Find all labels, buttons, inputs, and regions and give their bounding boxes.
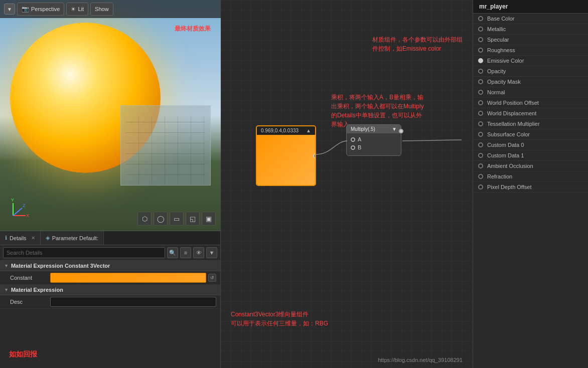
svg-text:Y: Y bbox=[11, 198, 14, 203]
pin-b-circle[interactable] bbox=[351, 145, 355, 150]
mat-label-7: Normal bbox=[487, 89, 505, 95]
desc-label: Desc bbox=[10, 299, 50, 305]
node-color-preview bbox=[257, 135, 315, 185]
material-input-base-color[interactable]: Base Color bbox=[473, 14, 588, 24]
mat-pin-5 bbox=[478, 69, 483, 74]
details-panel: ℹ Details ✕ ◈ Parameter Default: 🔍 ≡ 👁 ▼… bbox=[0, 231, 220, 368]
node-multiply-input-a[interactable]: A bbox=[351, 136, 397, 142]
material-input-normal[interactable]: Normal bbox=[473, 87, 588, 98]
node-expand-icon[interactable]: ▲ bbox=[306, 128, 311, 133]
details-toolbar: 🔍 ≡ 👁 ▼ bbox=[0, 245, 220, 261]
material-input-world-displacement[interactable]: World Displacement bbox=[473, 108, 588, 119]
mat-pin-15 bbox=[478, 174, 483, 179]
mat-label-13: Custom Data 1 bbox=[487, 152, 524, 158]
mesh-preview-btn[interactable]: ▣ bbox=[202, 212, 216, 226]
mat-label-1: Metallic bbox=[487, 26, 506, 32]
node-multiply-input-b[interactable]: B bbox=[351, 144, 397, 150]
mat-pin-4 bbox=[478, 58, 483, 63]
mat-pin-1 bbox=[478, 27, 483, 32]
constant-label: Constant bbox=[10, 275, 50, 281]
mat-label-3: Roughness bbox=[487, 47, 515, 53]
mat-pin-6 bbox=[478, 79, 483, 84]
param-tab-icon: ◈ bbox=[46, 235, 50, 241]
material-input-refraction[interactable]: Refraction bbox=[473, 171, 588, 182]
url-label: https://blog.csdn.net/qq_39108291 bbox=[378, 357, 463, 363]
bottom-label: 如如回报 bbox=[5, 346, 225, 363]
node-editor[interactable]: 材质组件，各个参数可以由外部组件控制，如Emissive color 乘积，将两… bbox=[221, 0, 588, 368]
section-material-expression[interactable]: ▼ Material Expression bbox=[0, 285, 220, 295]
node-multiply-title: Multiply(.5) bbox=[351, 126, 375, 132]
material-input-pixel-depth-offset[interactable]: Pixel Depth Offset bbox=[473, 182, 588, 193]
constant-reset-btn[interactable]: ↺ bbox=[208, 274, 216, 282]
cube-preview-btn[interactable]: ◱ bbox=[186, 212, 200, 226]
mat-label-16: Pixel Depth Offset bbox=[487, 184, 531, 190]
constant-color-swatch bbox=[51, 273, 206, 282]
annotation-material-component: 材质组件，各个参数可以由外部组件控制，如Emissive color bbox=[372, 35, 468, 53]
plane-preview-btn[interactable]: ▭ bbox=[170, 212, 184, 226]
material-input-opacity-mask[interactable]: Opacity Mask bbox=[473, 77, 588, 87]
mat-pin-10 bbox=[478, 121, 483, 126]
mat-pin-7 bbox=[478, 90, 483, 95]
svg-text:Z: Z bbox=[23, 203, 26, 208]
sphere-preview-btn[interactable]: ⬡ bbox=[137, 212, 152, 226]
material-input-specular[interactable]: Specular bbox=[473, 35, 588, 45]
mat-pin-16 bbox=[478, 185, 483, 190]
material-input-custom-data-1[interactable]: Custom Data 1 bbox=[473, 150, 588, 161]
pin-b-label: B bbox=[358, 144, 361, 150]
show-btn[interactable]: Show bbox=[90, 3, 113, 16]
param-tab-label: Parameter Default: bbox=[52, 235, 98, 241]
mat-label-9: World Displacement bbox=[487, 110, 536, 116]
material-input-world-position-offset[interactable]: World Position Offset bbox=[473, 98, 588, 108]
mat-pin-12 bbox=[478, 142, 483, 147]
perspective-label: Perspective bbox=[31, 6, 60, 12]
search-input[interactable] bbox=[3, 247, 165, 258]
viewport-label: 最终材质效果 bbox=[175, 24, 211, 33]
node-constant-output-pin[interactable] bbox=[313, 153, 316, 158]
material-panel: mr_player Base ColorMetallicSpecularRoug… bbox=[473, 0, 588, 368]
section-constant3vector[interactable]: ▼ Material Expression Constant 3Vector bbox=[0, 261, 220, 271]
details-tab-close[interactable]: ✕ bbox=[31, 235, 35, 241]
material-title: mr_player bbox=[473, 0, 588, 14]
mat-label-10: Tessellation Multiplier bbox=[487, 121, 540, 127]
dropdown-btn[interactable]: ▼ bbox=[206, 247, 217, 258]
material-input-custom-data-0[interactable]: Custom Data 0 bbox=[473, 140, 588, 150]
eye-btn[interactable]: 👁 bbox=[193, 247, 204, 258]
pin-a-right[interactable] bbox=[399, 129, 403, 133]
show-label: Show bbox=[95, 6, 109, 12]
tab-parameter[interactable]: ◈ Parameter Default: bbox=[41, 231, 104, 245]
section-constant3vector-label: Material Expression Constant 3Vector bbox=[11, 263, 110, 269]
mat-label-2: Specular bbox=[487, 37, 509, 43]
material-input-subsurface-color[interactable]: Subsurface Color bbox=[473, 129, 588, 140]
viewport: ▼ 📷 Perspective ☀ Lit Show 最终材质效果 X Y bbox=[0, 0, 221, 231]
material-input-tessellation-multiplier[interactable]: Tessellation Multiplier bbox=[473, 119, 588, 129]
filter-btn[interactable]: ≡ bbox=[180, 247, 191, 258]
material-input-emissive-color[interactable]: Emissive Color bbox=[473, 56, 588, 66]
viewport-dropdown-btn[interactable]: ▼ bbox=[4, 4, 15, 15]
mat-label-6: Opacity Mask bbox=[487, 79, 521, 85]
annotation-constant: Constant3Vector3维向量组件 可以用于表示任何三维量，如：RBG bbox=[231, 310, 341, 328]
lit-icon: ☀ bbox=[71, 6, 76, 13]
cylinder-preview-btn[interactable]: ◯ bbox=[154, 212, 168, 226]
material-input-opacity[interactable]: Opacity bbox=[473, 66, 588, 77]
lit-btn[interactable]: ☀ Lit bbox=[66, 3, 88, 16]
constant-color-value[interactable] bbox=[50, 273, 206, 283]
search-btn[interactable]: 🔍 bbox=[167, 247, 178, 258]
mat-label-8: World Position Offset bbox=[487, 100, 539, 106]
tab-details[interactable]: ℹ Details ✕ bbox=[0, 231, 41, 245]
material-input-ambient-occlusion[interactable]: Ambient Occlusion bbox=[473, 161, 588, 171]
node-multiply-header: Multiply(.5) ▼ bbox=[347, 125, 401, 133]
material-input-metallic[interactable]: Metallic bbox=[473, 24, 588, 35]
mat-pin-2 bbox=[478, 37, 483, 42]
material-input-roughness[interactable]: Roughness bbox=[473, 45, 588, 56]
constant-property-row: Constant ↺ bbox=[0, 271, 220, 285]
node-constant3vector[interactable]: 0.969,0.4,0.0333 ▲ bbox=[256, 125, 316, 186]
desc-property-row: Desc bbox=[0, 295, 220, 309]
perspective-btn[interactable]: 📷 Perspective bbox=[17, 3, 64, 16]
node-multiply-dropdown-icon[interactable]: ▼ bbox=[392, 126, 397, 132]
material-inputs-list: Base ColorMetallicSpecularRoughnessEmiss… bbox=[473, 14, 588, 368]
pin-a-circle[interactable] bbox=[351, 137, 355, 142]
details-tab-label: Details bbox=[10, 235, 27, 241]
desc-input[interactable] bbox=[50, 297, 216, 307]
mat-label-0: Base Color bbox=[487, 16, 514, 22]
node-multiply[interactable]: Multiply(.5) ▼ A B bbox=[346, 124, 401, 156]
